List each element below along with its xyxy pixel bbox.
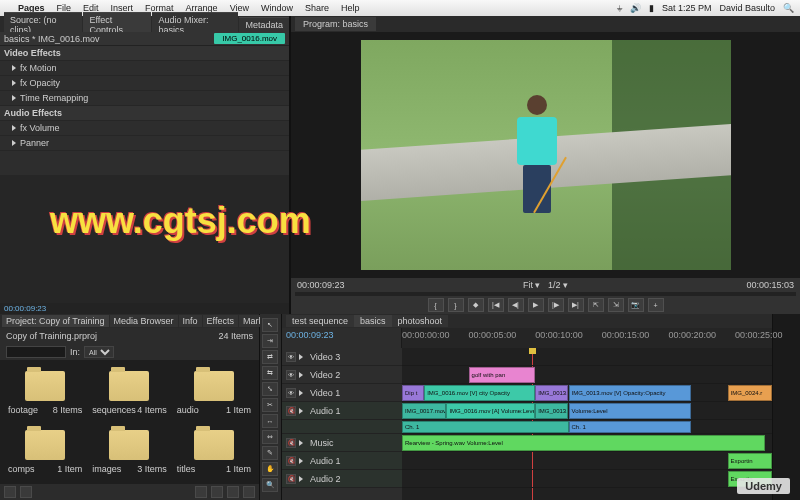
clip-golf-with-pan[interactable]: golf with pan (469, 367, 536, 383)
bin-titles[interactable]: titles1 Item (173, 423, 255, 480)
menu-share[interactable]: Share (305, 3, 329, 13)
list-view-button[interactable] (4, 486, 16, 498)
clip-dip[interactable]: Dip t (402, 385, 424, 401)
tab-project[interactable]: Project: Copy of Training (2, 315, 109, 327)
program-monitor[interactable] (291, 32, 800, 278)
mute-icon[interactable]: 🔇 (286, 438, 296, 448)
clip-img0016-v[interactable]: IMG_0016.mov [V] city Opacity (424, 385, 535, 401)
bin-audio[interactable]: audio1 Item (173, 364, 255, 421)
resolution-dropdown[interactable]: 1/2 (548, 280, 561, 290)
track-header-a1-ch[interactable] (282, 420, 402, 434)
track-select-tool[interactable]: ⇥ (262, 334, 278, 348)
tab-effects[interactable]: Effects (203, 315, 238, 327)
clip-img0013-v[interactable]: IMG_0013.mov [V] (535, 385, 568, 401)
filter-dropdown[interactable]: All (84, 346, 114, 358)
settings-button[interactable]: + (648, 298, 664, 312)
go-to-in-button[interactable]: |◀ (488, 298, 504, 312)
bin-sequences[interactable]: sequences4 Items (88, 364, 170, 421)
clip-img0016-a[interactable]: IMG_0016.mov [A] Volume:Level (446, 403, 535, 419)
export-frame-button[interactable]: 📷 (628, 298, 644, 312)
find-button[interactable] (243, 486, 255, 498)
mute-icon[interactable]: 🔇 (286, 474, 296, 484)
step-back-button[interactable]: ◀| (508, 298, 524, 312)
volume-icon[interactable]: 🔊 (630, 3, 641, 13)
clip-export-a1[interactable]: Exportin (728, 453, 772, 469)
clip-img0017-a[interactable]: IMG_0017.mov [A] (402, 403, 446, 419)
wifi-icon[interactable]: ⏚ (617, 3, 622, 13)
menu-help[interactable]: Help (341, 3, 360, 13)
fx-motion[interactable]: fx Motion (0, 61, 289, 76)
rate-stretch-tool[interactable]: ⤡ (262, 382, 278, 396)
battery-icon[interactable]: ▮ (649, 3, 654, 13)
lift-button[interactable]: ⇱ (588, 298, 604, 312)
track-header-v3[interactable]: 👁Video 3 (282, 348, 402, 366)
clip-volume-level[interactable]: Volume:Level (569, 403, 691, 419)
ripple-edit-tool[interactable]: ⇄ (262, 350, 278, 364)
track-header-a1[interactable]: 🔇Audio 1 (282, 402, 402, 420)
slide-tool[interactable]: ⇔ (262, 430, 278, 444)
video-effects-section[interactable]: Video Effects (0, 46, 289, 61)
audio-effects-section[interactable]: Audio Effects (0, 106, 289, 121)
track-header-v2[interactable]: 👁Video 2 (282, 366, 402, 384)
tab-sequence-test[interactable]: test sequence (286, 315, 354, 327)
tab-sequence-basics[interactable]: basics (354, 315, 392, 327)
selection-tool[interactable]: ↖ (262, 318, 278, 332)
clip-music-rearview[interactable]: Rearview - Spring.wav Volume:Level (402, 435, 765, 451)
zoom-tool[interactable]: 🔍 (262, 478, 278, 492)
new-bin-button[interactable] (195, 486, 207, 498)
slip-tool[interactable]: ↔ (262, 414, 278, 428)
add-marker-button[interactable]: ◆ (468, 298, 484, 312)
track-header-v1[interactable]: 👁Video 1 (282, 384, 402, 402)
clip-img0024[interactable]: IMG_0024.r (728, 385, 772, 401)
clip-ch1-left[interactable]: Ch. 1 (402, 421, 569, 433)
clip-img0013-v2[interactable]: IMG_0013.mov [V] Opacity:Opacity (569, 385, 691, 401)
play-button[interactable]: ▶ (528, 298, 544, 312)
fit-dropdown[interactable]: Fit (523, 280, 533, 290)
timeline-ruler[interactable]: 00:00:00:00 00:00:05:00 00:00:10:00 00:0… (402, 328, 772, 348)
clip-ch1-right[interactable]: Ch. 1 (569, 421, 691, 433)
effect-panel-timecode[interactable]: 00:00:09:23 (0, 303, 289, 314)
tab-metadata[interactable]: Metadata (239, 17, 289, 32)
mute-icon[interactable]: 🔇 (286, 406, 296, 416)
user-name[interactable]: David Basulto (719, 3, 775, 13)
timeline-clip-chip[interactable]: IMG_0016.mov (214, 33, 285, 44)
bin-footage[interactable]: footage8 Items (4, 364, 86, 421)
mark-in-button[interactable]: { (428, 298, 444, 312)
timeline-tracks[interactable]: golf with pan Dip t IMG_0016.mov [V] cit… (402, 348, 772, 500)
fx-volume[interactable]: fx Volume (0, 121, 289, 136)
fx-panner[interactable]: Panner (0, 136, 289, 151)
go-to-out-button[interactable]: ▶| (568, 298, 584, 312)
program-scrubber[interactable] (295, 292, 796, 296)
program-timecode-current[interactable]: 00:00:09:23 (297, 280, 345, 290)
program-timecode-duration[interactable]: 00:00:15:03 (746, 280, 794, 290)
mark-out-button[interactable]: } (448, 298, 464, 312)
spotlight-icon[interactable]: 🔍 (783, 3, 794, 13)
tab-info[interactable]: Info (179, 315, 202, 327)
step-forward-button[interactable]: |▶ (548, 298, 564, 312)
bin-images[interactable]: images3 Items (88, 423, 170, 480)
rolling-edit-tool[interactable]: ⇆ (262, 366, 278, 380)
track-header-a3[interactable]: 🔇Audio 1 (282, 452, 402, 470)
tab-sequence-photoshoot[interactable]: photoshoot (392, 315, 449, 327)
extract-button[interactable]: ⇲ (608, 298, 624, 312)
eye-icon[interactable]: 👁 (286, 370, 296, 380)
icon-view-button[interactable] (20, 486, 32, 498)
timeline-timecode[interactable]: 00:00:09:23 (282, 328, 402, 348)
menu-window[interactable]: Window (261, 3, 293, 13)
track-header-music[interactable]: 🔇Music (282, 434, 402, 452)
hand-tool[interactable]: ✋ (262, 462, 278, 476)
eye-icon[interactable]: 👁 (286, 388, 296, 398)
tab-media-browser[interactable]: Media Browser (110, 315, 178, 327)
pen-tool[interactable]: ✎ (262, 446, 278, 460)
clip-img0013-a[interactable]: IMG_0013.mov [A] (535, 403, 568, 419)
bin-comps[interactable]: comps1 Item (4, 423, 86, 480)
clock[interactable]: Sat 1:25 PM (662, 3, 712, 13)
fx-time-remapping[interactable]: Time Remapping (0, 91, 289, 106)
new-item-button[interactable] (211, 486, 223, 498)
track-header-a4[interactable]: 🔇Audio 2 (282, 470, 402, 488)
delete-button[interactable] (227, 486, 239, 498)
fx-opacity[interactable]: fx Opacity (0, 76, 289, 91)
tab-program[interactable]: Program: basics (295, 17, 376, 31)
mute-icon[interactable]: 🔇 (286, 456, 296, 466)
eye-icon[interactable]: 👁 (286, 352, 296, 362)
